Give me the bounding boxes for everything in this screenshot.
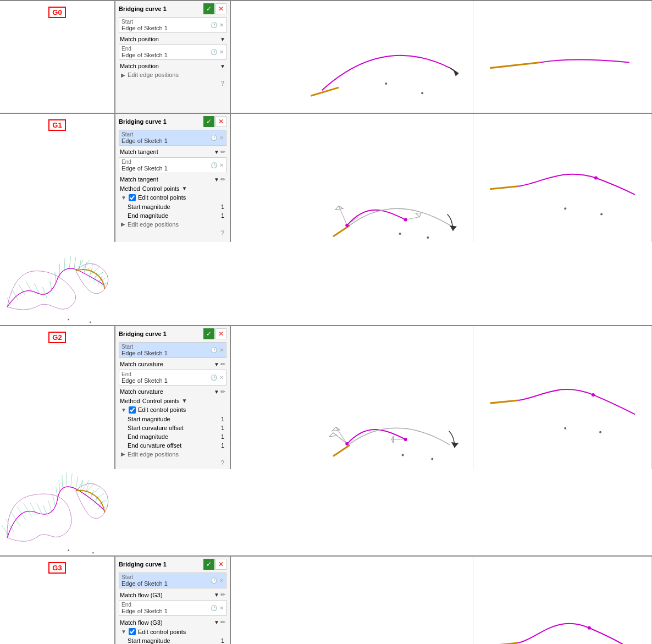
g2-end-magnitude-row: End magnitude 1 bbox=[119, 433, 226, 441]
g1-start-edit-icon[interactable]: ✏ bbox=[220, 148, 225, 156]
svg-line-30 bbox=[74, 257, 76, 270]
g1-start-magnitude-label: Start magnitude bbox=[128, 203, 170, 210]
g3-end-clock-icon[interactable]: 🕐 bbox=[211, 605, 217, 611]
g1-panel-header: Bridging curve 1 ✓ ✕ bbox=[119, 116, 226, 127]
g0-confirm-button[interactable]: ✓ bbox=[203, 3, 214, 14]
g3-start-clock-icon[interactable]: 🕐 bbox=[211, 577, 217, 584]
g1-confirm-button[interactable]: ✓ bbox=[203, 116, 214, 127]
g1-help[interactable]: ? bbox=[119, 229, 226, 237]
g3-start-match-row[interactable]: Match flow (G3) ▼ ✏ bbox=[119, 591, 226, 599]
g2-end-magnitude-label: End magnitude bbox=[128, 433, 168, 440]
g0-start-clear-button[interactable]: ✕ bbox=[219, 22, 224, 28]
svg-point-14 bbox=[399, 233, 401, 235]
g1-start-clear-button[interactable]: ✕ bbox=[219, 135, 224, 141]
g2-edit-edge-label: Edit edge positions bbox=[128, 451, 179, 458]
g0-panel-header: Bridging curve 1 ✓ ✕ bbox=[119, 3, 226, 14]
g2-help[interactable]: ? bbox=[119, 459, 226, 467]
g1-collapse-arrow[interactable]: ▼ bbox=[121, 195, 126, 201]
g0-end-value: Edge of Sketch 1 bbox=[121, 52, 168, 58]
g1-method-value: Control points bbox=[142, 185, 180, 192]
g2-method-arrow[interactable]: ▼ bbox=[182, 398, 187, 404]
g0-end-match-row[interactable]: Match position ▼ bbox=[119, 62, 226, 70]
svg-line-85 bbox=[91, 488, 100, 495]
g0-start-field: Start Edge of Sketch 1 🕐 ✕ bbox=[119, 17, 226, 33]
g0-start-match-label: Match position bbox=[120, 36, 159, 42]
g0-cancel-button[interactable]: ✕ bbox=[216, 3, 226, 14]
g3-start-label: Start bbox=[121, 574, 168, 580]
g2-start-match-row[interactable]: Match curvature ▼ ✏ bbox=[119, 360, 226, 368]
g3-end-match-label: Match flow (G3) bbox=[120, 619, 163, 626]
g3-confirm-button[interactable]: ✓ bbox=[203, 559, 214, 570]
g3-end-match-row[interactable]: Match flow (G3) ▼ ✏ bbox=[119, 618, 226, 626]
g1-end-match-row[interactable]: Match tangent ▼ ✏ bbox=[119, 175, 226, 184]
g2-end-match-row[interactable]: Match curvature ▼ ✏ bbox=[119, 388, 226, 396]
g1-canvas3 bbox=[0, 242, 115, 325]
svg-point-18 bbox=[600, 213, 603, 215]
svg-point-4 bbox=[421, 92, 423, 94]
g3-start-match-label: Match flow (G3) bbox=[120, 592, 163, 598]
g2-end-clock-icon[interactable]: 🕐 bbox=[211, 375, 217, 381]
g0-label-col: G0 bbox=[0, 1, 115, 113]
g0-edit-edge-collapse[interactable]: ▶ bbox=[121, 72, 125, 78]
g2-end-match-arrow: ▼ bbox=[214, 389, 219, 395]
g3-cancel-button[interactable]: ✕ bbox=[216, 559, 226, 570]
g1-end-clear-button[interactable]: ✕ bbox=[219, 162, 224, 168]
g1-start-clock-icon[interactable]: 🕐 bbox=[211, 135, 217, 141]
g3-end-edit-icon[interactable]: ✏ bbox=[220, 619, 225, 626]
g3-start-edit-icon[interactable]: ✏ bbox=[220, 591, 225, 598]
g0-badge: G0 bbox=[48, 7, 66, 18]
g3-collapse-arrow[interactable]: ▼ bbox=[121, 629, 126, 635]
g2-collapse-arrow[interactable]: ▼ bbox=[121, 407, 126, 413]
g2-start-edit-icon[interactable]: ✏ bbox=[220, 361, 225, 368]
g1-end-edit-icon[interactable]: ✏ bbox=[220, 176, 225, 183]
g1-start-match-row[interactable]: Match tangent ▼ ✏ bbox=[119, 148, 226, 156]
g3-start-clear-button[interactable]: ✕ bbox=[219, 577, 224, 584]
g2-cancel-button[interactable]: ✕ bbox=[216, 328, 226, 339]
g1-edit-control-checkbox[interactable] bbox=[129, 194, 136, 201]
g0-end-clock-icon[interactable]: 🕐 bbox=[211, 49, 217, 55]
svg-line-72 bbox=[59, 480, 60, 492]
g2-start-clock-icon[interactable]: 🕐 bbox=[211, 347, 217, 353]
g3-canvas1 bbox=[294, 557, 473, 644]
g2-svg3 bbox=[0, 469, 115, 556]
g1-edit-edge-collapse[interactable]: ▶ bbox=[121, 221, 125, 227]
g0-start-value: Edge of Sketch 1 bbox=[121, 25, 168, 31]
g0-help[interactable]: ? bbox=[119, 80, 226, 87]
g2-edit-edge-row: ▶ Edit edge positions bbox=[119, 450, 226, 458]
g2-start-magnitude-label: Start magnitude bbox=[128, 416, 170, 422]
g3-edit-control-checkbox[interactable] bbox=[129, 628, 136, 635]
g0-end-field: End Edge of Sketch 1 🕐 ✕ bbox=[119, 44, 226, 60]
g2-edit-edge-collapse[interactable]: ▶ bbox=[121, 451, 125, 457]
svg-marker-49 bbox=[329, 433, 337, 437]
g0-svg2 bbox=[473, 1, 651, 113]
svg-line-69 bbox=[48, 501, 52, 513]
g2-svg1 bbox=[294, 326, 472, 469]
g1-end-clock-icon[interactable]: 🕐 bbox=[211, 162, 217, 168]
g2-start-clear-button[interactable]: ✕ bbox=[219, 347, 224, 353]
g1-panel: Bridging curve 1 ✓ ✕ Start Edge of Sketc… bbox=[115, 114, 231, 242]
svg-line-46 bbox=[336, 427, 347, 443]
g1-method-arrow[interactable]: ▼ bbox=[182, 185, 187, 191]
g0-start-clock-icon[interactable]: 🕐 bbox=[211, 22, 217, 28]
svg-marker-13 bbox=[450, 225, 457, 230]
g2-end-clear-button[interactable]: ✕ bbox=[219, 375, 224, 381]
svg-line-75 bbox=[71, 474, 73, 487]
g3-end-clear-button[interactable]: ✕ bbox=[219, 605, 224, 611]
svg-line-45 bbox=[333, 445, 350, 456]
g2-end-curvature-label: End curvature offset bbox=[128, 442, 181, 449]
g2-confirm-button[interactable]: ✓ bbox=[203, 328, 214, 339]
g0-end-label: End bbox=[121, 46, 168, 52]
g2-end-edit-icon[interactable]: ✏ bbox=[220, 388, 225, 395]
g3-end-value: Edge of Sketch 1 bbox=[121, 608, 168, 614]
g0-canvas1 bbox=[294, 1, 473, 113]
svg-point-3 bbox=[385, 82, 388, 85]
g0-start-match-row[interactable]: Match position ▼ bbox=[119, 35, 226, 43]
svg-point-56 bbox=[402, 454, 404, 456]
g1-method-label: Method bbox=[120, 185, 140, 192]
g1-end-match-arrow: ▼ bbox=[214, 177, 219, 183]
g0-end-clear-button[interactable]: ✕ bbox=[219, 49, 224, 55]
g1-start-value: Edge of Sketch 1 bbox=[121, 137, 168, 144]
g1-cancel-button[interactable]: ✕ bbox=[216, 116, 226, 127]
g2-edit-control-checkbox[interactable] bbox=[129, 406, 136, 414]
g2-start-magnitude-value: 1 bbox=[221, 416, 224, 422]
